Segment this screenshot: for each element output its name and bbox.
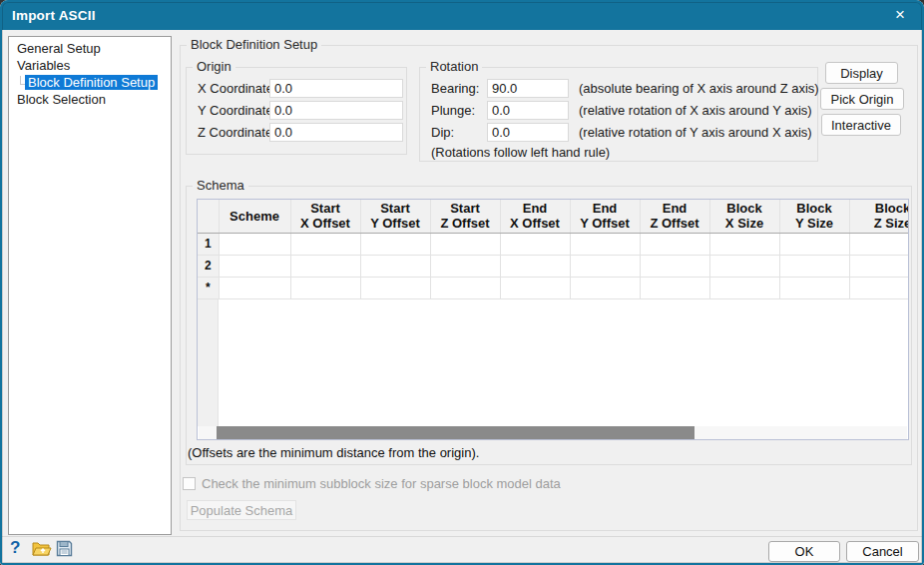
plunge-hint: (relative rotation of X axis around Y ax… — [579, 102, 812, 120]
footer-divider — [0, 536, 924, 537]
dip-label: Dip: — [431, 124, 454, 142]
cell[interactable] — [219, 233, 290, 255]
column-header-block-y-size[interactable]: BlockY Size — [779, 200, 849, 233]
y-coordinate-input[interactable] — [269, 101, 403, 120]
plunge-input[interactable] — [487, 101, 569, 120]
save-icon[interactable] — [56, 540, 73, 557]
cell[interactable] — [290, 233, 360, 255]
cell[interactable] — [360, 277, 430, 298]
cell[interactable] — [570, 255, 640, 277]
subblock-checkbox-row: Check the minimum subblock size for spar… — [183, 476, 561, 491]
window-title: Import ASCII — [0, 8, 96, 23]
cell[interactable] — [709, 255, 779, 277]
scrollbar-thumb[interactable] — [217, 426, 694, 439]
cell[interactable] — [709, 277, 779, 298]
column-header-start-y-offset[interactable]: StartY Offset — [360, 200, 430, 233]
offsets-note: (Offsets are the minimum distance from t… — [188, 445, 479, 460]
bearing-label: Bearing: — [431, 80, 479, 98]
group-title: Block Definition Setup — [187, 37, 321, 52]
horizontal-scrollbar[interactable] — [199, 426, 907, 439]
close-icon[interactable]: × — [878, 0, 922, 30]
bearing-input[interactable] — [487, 79, 569, 98]
dip-hint: (relative rotation of Y axis around X ax… — [579, 124, 812, 142]
ok-button[interactable]: OK — [768, 541, 840, 562]
cell[interactable] — [430, 277, 500, 298]
cell[interactable] — [290, 277, 360, 298]
settings-tree: General Setup Variables Block Definition… — [8, 36, 172, 535]
cell[interactable] — [500, 277, 570, 298]
row-header-1[interactable]: 1 — [198, 233, 219, 255]
column-header-block-x-size[interactable]: BlockX Size — [709, 200, 779, 233]
cell[interactable] — [430, 255, 500, 277]
cell[interactable] — [570, 233, 640, 255]
row-header-2[interactable]: 2 — [198, 255, 219, 277]
x-coordinate-input[interactable] — [269, 79, 403, 98]
column-header-block-z-size[interactable]: BlockZ Size — [849, 200, 909, 233]
column-header-end-z-offset[interactable]: EndZ Offset — [640, 200, 709, 233]
cell[interactable] — [779, 255, 849, 277]
cell[interactable] — [779, 233, 849, 255]
table-row: 2 — [198, 255, 909, 277]
z-coordinate-input[interactable] — [269, 123, 403, 142]
subblock-checkbox-label: Check the minimum subblock size for spar… — [202, 476, 561, 491]
dip-input[interactable] — [487, 123, 569, 142]
cell[interactable] — [430, 233, 500, 255]
open-folder-icon[interactable] — [32, 540, 52, 557]
cell[interactable] — [849, 277, 909, 298]
cell[interactable] — [640, 233, 709, 255]
cancel-button[interactable]: Cancel — [846, 541, 919, 562]
sidebar-item-block-definition-setup[interactable]: Block Definition Setup — [9, 74, 171, 91]
populate-schema-button[interactable]: Populate Schema — [187, 500, 296, 520]
cell[interactable] — [570, 277, 640, 298]
bearing-hint: (absolute bearing of X axis around Z axi… — [579, 80, 819, 98]
rotation-note: (Rotations follow left hand rule) — [431, 144, 610, 162]
column-header-start-z-offset[interactable]: StartZ Offset — [430, 200, 500, 233]
cell[interactable] — [219, 277, 290, 298]
column-header-end-x-offset[interactable]: EndX Offset — [500, 200, 570, 233]
pick-origin-button[interactable]: Pick Origin — [820, 88, 904, 110]
sidebar-item-general-setup[interactable]: General Setup — [9, 40, 171, 57]
column-header-start-x-offset[interactable]: StartX Offset — [290, 200, 360, 233]
title-bar: Import ASCII × — [0, 0, 924, 30]
cell[interactable] — [640, 255, 709, 277]
cell[interactable] — [219, 255, 290, 277]
sidebar-item-block-selection[interactable]: Block Selection — [9, 91, 171, 108]
table-row: * — [198, 277, 909, 298]
column-header-end-y-offset[interactable]: EndY Offset — [570, 200, 640, 233]
cell[interactable] — [500, 255, 570, 277]
cell[interactable] — [849, 255, 909, 277]
y-coordinate-label: Y Coordinate: — [198, 102, 276, 120]
corner-header[interactable] — [198, 200, 219, 233]
header-row: Scheme StartX Offset StartY Offset Start… — [198, 200, 909, 233]
cell[interactable] — [290, 255, 360, 277]
help-icon[interactable]: ? — [10, 538, 20, 558]
display-button[interactable]: Display — [825, 62, 898, 84]
table-row: 1 — [198, 233, 909, 255]
row-header-new[interactable]: * — [198, 277, 219, 298]
cell[interactable] — [500, 233, 570, 255]
cell[interactable] — [779, 277, 849, 298]
cell[interactable] — [849, 233, 909, 255]
schema-table[interactable]: Scheme StartX Offset StartY Offset Start… — [197, 199, 909, 440]
x-coordinate-label: X Coordinate: — [198, 80, 277, 98]
import-ascii-dialog: Import ASCII × General Setup Variables B… — [0, 0, 924, 565]
plunge-label: Plunge: — [431, 102, 475, 120]
interactive-button[interactable]: Interactive — [821, 114, 901, 136]
tree-branch-icon — [20, 76, 25, 85]
subblock-checkbox[interactable] — [183, 477, 196, 490]
cell[interactable] — [360, 233, 430, 255]
sidebar-item-variables[interactable]: Variables — [9, 57, 171, 74]
column-header-scheme[interactable]: Scheme — [219, 200, 290, 233]
cell[interactable] — [709, 233, 779, 255]
cell[interactable] — [640, 277, 709, 298]
cell[interactable] — [360, 255, 430, 277]
z-coordinate-label: Z Coordinate: — [198, 124, 276, 142]
